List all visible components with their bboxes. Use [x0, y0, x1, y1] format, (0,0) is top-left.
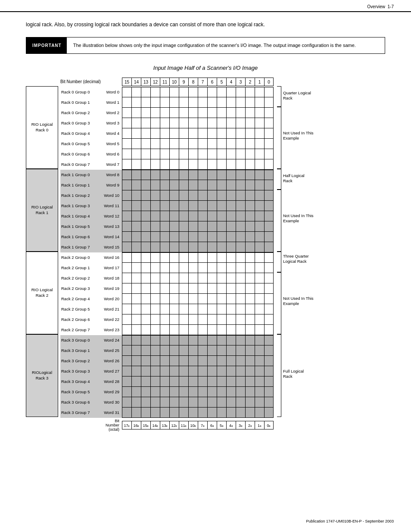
bit-cell — [236, 314, 245, 325]
bit-cell — [131, 221, 141, 232]
word-label: Word 7 — [101, 159, 122, 170]
important-text: The illustration below shows only the in… — [67, 37, 362, 53]
bit-cell — [150, 356, 160, 366]
bit-cell — [207, 221, 217, 232]
bit-cell — [131, 366, 141, 376]
bit-cell — [198, 397, 207, 408]
bit-cell — [236, 325, 245, 335]
bit-cell — [255, 273, 264, 283]
page-header: Overview 1-7 — [0, 0, 411, 12]
bit-cell — [255, 149, 264, 159]
page-number: 1-7 — [388, 4, 394, 9]
bit-cell — [264, 139, 274, 149]
bit-cell — [245, 180, 255, 190]
bit-cell — [188, 149, 198, 159]
bit-cell — [141, 304, 150, 314]
table-row: Rack 3 Group 1 Word 25 — [60, 345, 274, 356]
bit-cell — [207, 304, 217, 314]
bit-cell — [255, 356, 264, 366]
bit-cell — [236, 108, 245, 118]
bit-cell — [122, 159, 131, 170]
bit-cell — [264, 149, 274, 159]
bit-cell — [226, 211, 236, 221]
bit-cell — [179, 283, 188, 294]
bit-cell — [141, 97, 150, 108]
bit-cell — [122, 118, 131, 128]
table-row: Rack 3 Group 5 Word 29 — [60, 387, 274, 397]
bit-cell — [226, 139, 236, 149]
word-label: Word 1 — [101, 97, 122, 108]
word-label: Word 9 — [101, 180, 122, 190]
table-row: Rack 0 Group 6 Word 6 — [60, 149, 274, 159]
bit-cell — [207, 242, 217, 252]
bit-cell — [236, 221, 245, 232]
bit-cell — [217, 408, 226, 418]
bit-cell — [160, 139, 169, 149]
bit-cell — [264, 87, 274, 97]
bit-cell — [169, 294, 179, 304]
bit-cell — [179, 366, 188, 376]
table-row: Rack 2 Group 4 Word 20 — [60, 294, 274, 304]
bit-cell — [198, 170, 207, 180]
bit-cell — [236, 211, 245, 221]
bit-cell — [217, 211, 226, 221]
bit-oct-7: 7₈ — [198, 421, 207, 429]
bit-cell — [245, 201, 255, 211]
bit-cell — [160, 376, 169, 387]
bit-cell — [150, 283, 160, 294]
bit-cell — [207, 97, 217, 108]
bit-cell — [150, 128, 160, 139]
bit-cell — [198, 387, 207, 397]
table-row: Rack 2 Group 2 Word 18 — [60, 273, 274, 283]
bit-cell — [198, 335, 207, 345]
bit-cell — [245, 159, 255, 170]
bit-cell — [236, 139, 245, 149]
bit-cell — [131, 397, 141, 408]
bit-cell — [264, 118, 274, 128]
bit-cell — [160, 159, 169, 170]
bit-cell — [207, 149, 217, 159]
right-label-text-notused2: Not Used In ThisExample — [281, 190, 314, 224]
right-labels: Quarter LogicalRack Not Used In ThisExam… — [277, 86, 314, 417]
bit-cell — [179, 325, 188, 335]
word-label: Word 2 — [101, 108, 122, 118]
group-label: Rack 0 Group 2 — [60, 108, 101, 118]
bit-cell — [141, 170, 150, 180]
bit-cell — [226, 87, 236, 97]
bit-oct-12: 12₈ — [169, 421, 179, 429]
bit-8: 8 — [188, 78, 198, 86]
bit-cell — [264, 376, 274, 387]
bit-cell — [245, 294, 255, 304]
bit-cell — [179, 149, 188, 159]
table-row: Rack 2 Group 6 Word 22 — [60, 314, 274, 325]
bit-cell — [198, 304, 207, 314]
bit-cell — [245, 252, 255, 263]
bit-cell — [226, 108, 236, 118]
bit-cell — [236, 149, 245, 159]
right-label-quarter: Quarter LogicalRack — [277, 86, 314, 107]
bit-cell — [131, 356, 141, 366]
right-label-threequarter: Three QuarterLogical Rack — [277, 252, 314, 272]
bit-cell — [122, 387, 131, 397]
bit-oct-11: 11₈ — [179, 421, 188, 429]
bit-cell — [179, 190, 188, 201]
bit-cell — [217, 108, 226, 118]
bit-cell — [131, 408, 141, 418]
word-label: Word 4 — [101, 128, 122, 139]
bit-oct-10: 10₈ — [188, 421, 198, 429]
bit-cell — [264, 325, 274, 335]
table-row: Rack 2 Group 7 Word 23 — [60, 325, 274, 335]
bit-cell — [150, 252, 160, 263]
bit-cell — [188, 304, 198, 314]
bit-cell — [198, 180, 207, 190]
rio-label-rack3: RIOLogicalRack 3 — [26, 334, 58, 417]
bit-cell — [141, 139, 150, 149]
bit-cell — [188, 356, 198, 366]
bit-cell — [131, 335, 141, 345]
word-label: Word 22 — [101, 314, 122, 325]
bit-cell — [207, 128, 217, 139]
word-label: Word 5 — [101, 139, 122, 149]
bit-cell — [236, 190, 245, 201]
bit-cell — [198, 408, 207, 418]
word-label: Word 30 — [101, 397, 122, 408]
